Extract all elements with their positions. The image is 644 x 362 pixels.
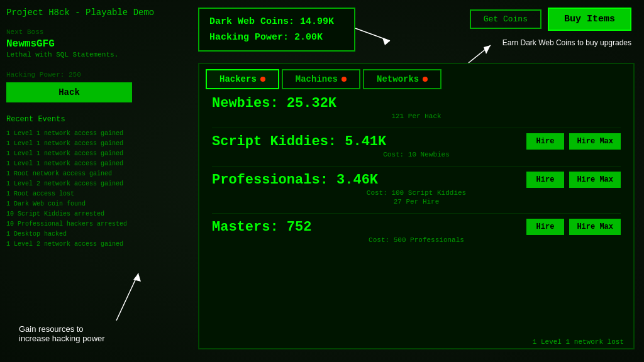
list-item: 1 Dark Web coin found xyxy=(6,199,157,209)
hacking-power-stat-value: 2.00K xyxy=(294,32,323,43)
hack-button[interactable]: Hack xyxy=(6,82,132,102)
list-item: 1 Level 2 network access gained xyxy=(6,179,157,189)
script-kiddies-hire-max-button[interactable]: Hire Max xyxy=(569,133,621,150)
professionals-hire-max-button[interactable]: Hire Max xyxy=(569,172,621,188)
hacking-power-label: Hacking Power: 250 xyxy=(6,71,189,79)
professionals-row: Professionals: 3.46K Hire Hire Max Cost:… xyxy=(212,172,621,206)
svg-line-4 xyxy=(469,45,491,63)
hackers-content: Newbies: 25.32K 121 Per Hack Script Kidd… xyxy=(199,89,633,258)
newbies-label: Newbies: 25.32K xyxy=(212,96,336,111)
divider-1 xyxy=(212,128,621,128)
list-item: 1 Root access lost xyxy=(6,189,157,199)
boss-name: NewmsGFG xyxy=(6,38,189,50)
next-boss-label: Next Boss xyxy=(6,28,189,36)
script-kiddies-sub: Cost: 10 Newbies xyxy=(212,151,621,158)
top-right-area: Get Coins Buy Items Earn Dark Web Coins … xyxy=(470,8,631,47)
masters-row: Masters: 752 Hire Hire Max Cost: 500 Pro… xyxy=(212,219,621,244)
get-coins-button[interactable]: Get Coins xyxy=(470,9,541,29)
masters-hire-max-button[interactable]: Hire Max xyxy=(569,219,621,235)
earn-coins-text: Earn Dark Web Coins to buy upgrades xyxy=(502,38,631,47)
script-kiddies-hire-button[interactable]: Hire xyxy=(526,133,565,150)
hacking-power-stat-label: Hacking Power: xyxy=(209,32,289,43)
list-item: 1 Level 1 network access gained xyxy=(6,139,157,149)
hacking-power-row: Hacking Power: 2.00K xyxy=(209,32,344,43)
professionals-main: Professionals: 3.46K Hire Hire Max xyxy=(212,172,621,188)
status-text: 1 Level 1 network lost xyxy=(533,338,624,346)
script-kiddies-main: Script Kiddies: 5.41K Hire Hire Max xyxy=(212,133,621,150)
script-kiddies-buttons: Hire Hire Max xyxy=(526,133,621,150)
boss-desc: Lethal with SQL Statements. xyxy=(6,51,189,58)
script-kiddies-row: Script Kiddies: 5.41K Hire Hire Max Cost… xyxy=(212,133,621,158)
svg-line-2 xyxy=(355,28,390,41)
list-item: 1 Level 1 network access gained xyxy=(6,129,157,139)
buy-items-button[interactable]: Buy Items xyxy=(548,8,631,31)
list-item: 1 Level 1 network access gained xyxy=(6,159,157,169)
newbies-sub: 121 Per Hack xyxy=(212,112,621,120)
masters-main: Masters: 752 Hire Hire Max xyxy=(212,219,621,235)
dark-web-coins-row: Dark Web Coins: 14.99K xyxy=(209,16,344,27)
professionals-label: Professionals: 3.46K xyxy=(212,172,378,188)
script-kiddies-count: 5.41K xyxy=(345,134,386,150)
main-container: Project H8ck - Playable Demo Next Boss N… xyxy=(0,0,644,362)
list-item: 10 Script Kiddies arrested xyxy=(6,209,157,219)
professionals-hire-button[interactable]: Hire xyxy=(526,172,565,188)
app-title: Project H8ck - Playable Demo xyxy=(6,6,189,19)
masters-label: Masters: 752 xyxy=(212,219,311,235)
tab-machines[interactable]: Machines xyxy=(282,69,360,89)
machines-tab-dot xyxy=(341,77,347,82)
professionals-sub2: 27 Per Hire xyxy=(212,198,621,206)
networks-tab-label: Networks xyxy=(377,74,419,84)
divider-3 xyxy=(212,213,621,214)
tab-hackers[interactable]: Hackers xyxy=(206,69,279,89)
professionals-count: 3.46K xyxy=(336,172,378,188)
masters-buttons: Hire Hire Max xyxy=(526,219,621,235)
script-kiddies-label: Script Kiddies: 5.41K xyxy=(212,134,386,150)
divider-2 xyxy=(212,166,621,167)
svg-marker-3 xyxy=(382,38,390,45)
professionals-buttons: Hire Hire Max xyxy=(526,172,621,188)
newbies-count: 25.32K xyxy=(287,96,336,111)
tabs-bar: Hackers Machines Networks xyxy=(199,64,633,89)
list-item: 1 Root network access gained xyxy=(6,169,157,179)
event-list: 1 Level 1 network access gained 1 Level … xyxy=(6,129,189,250)
status-bar: 1 Level 1 network lost xyxy=(533,338,624,346)
hackers-tab-dot xyxy=(260,77,265,82)
recent-events-label: Recent Events xyxy=(6,115,189,124)
annotation-gain-resources: Gain resources toincrease hacking power xyxy=(19,324,105,343)
list-item: 1 Level 1 network access gained xyxy=(6,149,157,159)
masters-sub: Cost: 500 Professionals xyxy=(212,236,621,244)
main-panel: Hackers Machines Networks Newbies: 25.32… xyxy=(198,63,635,349)
dark-web-coins-label: Dark Web Coins: xyxy=(209,16,294,27)
tab-networks[interactable]: Networks xyxy=(363,69,441,89)
professionals-sub1: Cost: 100 Script Kiddies xyxy=(212,189,621,197)
list-item: 10 Professional hackers arrested xyxy=(6,219,157,229)
list-item: 1 Desktop hacked xyxy=(6,229,157,239)
list-item: 1 Level 2 network access gained xyxy=(6,239,157,250)
newbies-row: Newbies: 25.32K 121 Per Hack xyxy=(212,96,621,120)
machines-tab-label: Machines xyxy=(296,74,338,84)
sidebar: Project H8ck - Playable Demo Next Boss N… xyxy=(6,6,189,355)
networks-tab-dot xyxy=(423,77,428,82)
stats-box: Dark Web Coins: 14.99K Hacking Power: 2.… xyxy=(198,8,355,52)
masters-hire-button[interactable]: Hire xyxy=(526,219,565,235)
masters-count: 752 xyxy=(287,219,312,235)
hackers-tab-label: Hackers xyxy=(219,74,257,84)
newbies-main: Newbies: 25.32K xyxy=(212,96,621,111)
dark-web-coins-value: 14.99K xyxy=(300,16,334,27)
